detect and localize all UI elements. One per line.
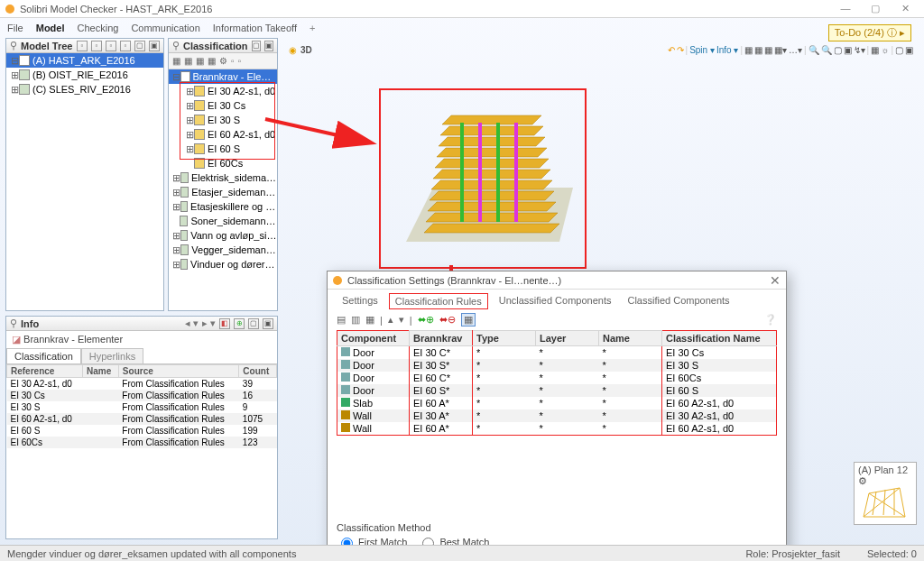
mini-map[interactable]: (A) Plan 12 ⚙ bbox=[854, 462, 917, 525]
panel-btn[interactable]: ▣ bbox=[149, 41, 160, 51]
table-row[interactable]: EI 30 CsFrom Classification Rules16 bbox=[7, 390, 277, 401]
tree-item[interactable]: ⊞Elektrisk_sidemannskontroll bbox=[169, 170, 277, 185]
table-row[interactable]: WallEI 60 A****EI 60 A2-s1, d0 bbox=[337, 422, 777, 436]
tool-icon[interactable]: …▾ bbox=[789, 45, 802, 55]
col-type[interactable]: Type bbox=[473, 331, 536, 346]
menu-add[interactable]: + bbox=[310, 23, 315, 33]
tool-icon[interactable]: ▦ bbox=[208, 56, 216, 66]
tool-icon[interactable]: ▢ bbox=[895, 45, 903, 55]
tool-icon[interactable]: ▫ bbox=[238, 56, 242, 66]
tool-redo-icon[interactable]: ↷ bbox=[677, 45, 684, 55]
maximize-button[interactable]: ▢ bbox=[862, 3, 889, 14]
nav-fwd[interactable]: ▸ ▾ bbox=[202, 317, 216, 329]
menu-file[interactable]: File bbox=[7, 23, 23, 33]
tool-icon[interactable]: ⚙ bbox=[219, 56, 227, 66]
tool-icon[interactable]: ▦ bbox=[744, 45, 753, 55]
dialog-close-button[interactable]: ✕ bbox=[770, 273, 781, 288]
panel-btn[interactable]: ▣ bbox=[263, 318, 273, 329]
tab-hyperlinks[interactable]: Hyperlinks bbox=[81, 348, 143, 363]
panel-btn[interactable]: ▢ bbox=[248, 318, 259, 329]
tab-unclassified[interactable]: Unclassified Components bbox=[494, 293, 617, 309]
table-row[interactable]: DoorEI 60 C****EI 60Cs bbox=[337, 372, 777, 384]
tool-icon[interactable]: ▣ bbox=[844, 45, 852, 55]
todo-badge[interactable]: To-Do (2/4) ⓘ ▸ bbox=[828, 24, 911, 41]
tool-icon[interactable]: ▦ bbox=[196, 56, 204, 66]
minimize-button[interactable]: — bbox=[832, 3, 859, 14]
tool-icon[interactable]: ▫ bbox=[231, 56, 235, 66]
tool-down-icon[interactable]: ▾ bbox=[399, 314, 404, 326]
col-name[interactable]: Name bbox=[83, 365, 119, 378]
tool-icon[interactable]: ▢ bbox=[834, 45, 842, 55]
tool-icon[interactable]: ▦▾ bbox=[774, 45, 787, 55]
tab-classification-rules[interactable]: Classification Rules bbox=[389, 293, 488, 309]
tool-icon[interactable]: ▦ bbox=[754, 45, 762, 55]
panel-btn[interactable]: ▣ bbox=[264, 41, 273, 51]
tool-icon[interactable]: ▤ bbox=[337, 314, 346, 326]
panel-btn[interactable]: ◧ bbox=[219, 318, 230, 329]
tool-icon[interactable]: ▥ bbox=[351, 314, 360, 326]
tree-item[interactable]: EI 60Cs bbox=[169, 156, 277, 170]
tree-item[interactable]: ⊞Vinduer og dører_sidemannskor bbox=[169, 257, 277, 271]
col-brannkrav[interactable]: Brannkrav bbox=[410, 331, 473, 346]
tool-icon[interactable]: ⬌⊖ bbox=[439, 314, 456, 326]
menu-model[interactable]: Model bbox=[36, 23, 65, 33]
tool-icon[interactable]: ☼ bbox=[881, 45, 889, 55]
table-row[interactable]: EI 30 SFrom Classification Rules9 bbox=[7, 401, 277, 413]
col-classname[interactable]: Classification Name bbox=[662, 331, 777, 346]
model-tree[interactable]: ⊟(A) HAST_ARK_E2016⊞(B) OIST_RIE_E2016⊞(… bbox=[6, 53, 163, 294]
panel-btn[interactable]: ▢ bbox=[252, 41, 261, 51]
panel-btn[interactable]: ▫ bbox=[120, 41, 131, 51]
tool-icon[interactable]: ↯▾ bbox=[854, 45, 865, 55]
tree-item[interactable]: ⊞Vegger_sidemannskontroll bbox=[169, 243, 277, 257]
tree-item[interactable]: ⊞Etasjeskillere og tak_sidemanns bbox=[169, 199, 277, 214]
table-row[interactable]: WallEI 30 A****EI 30 A2-s1, d0 bbox=[337, 409, 777, 422]
table-row[interactable]: EI 60 SFrom Classification Rules199 bbox=[7, 425, 277, 437]
tree-item[interactable]: ⊞Vann og avløp_sidemannskontr bbox=[169, 228, 277, 243]
table-row[interactable]: DoorEI 60 S****EI 60 S bbox=[337, 384, 777, 397]
tool-icon[interactable]: ⬌⊕ bbox=[418, 314, 434, 326]
tool-icon[interactable]: ▦ bbox=[365, 314, 374, 326]
col-count[interactable]: Count bbox=[239, 365, 277, 378]
close-button[interactable]: ✕ bbox=[892, 3, 919, 14]
tree-item[interactable]: ⊞EI 60 S bbox=[169, 142, 277, 156]
tree-item[interactable]: ⊟Brannkrav - Elementer bbox=[169, 69, 277, 84]
panel-btn[interactable]: ▫ bbox=[77, 41, 88, 51]
table-row[interactable]: SlabEI 60 A****EI 60 A2-s1, d0 bbox=[337, 397, 777, 409]
table-row[interactable]: EI 30 A2-s1, d0From Classification Rules… bbox=[7, 378, 277, 391]
table-row[interactable]: DoorEI 30 S****EI 30 S bbox=[337, 359, 777, 372]
tab-classification[interactable]: Classification bbox=[6, 348, 81, 363]
tree-item[interactable]: ⊞(B) OIST_RIE_E2016 bbox=[6, 68, 163, 82]
tree-item[interactable]: ⊟(A) HAST_ARK_E2016 bbox=[6, 53, 163, 68]
pin-icon[interactable]: ⚲ bbox=[172, 40, 180, 51]
tool-undo-icon[interactable]: ↶ bbox=[668, 45, 675, 55]
panel-btn[interactable]: ▢ bbox=[134, 41, 145, 51]
view-3d-icon[interactable]: ◉ bbox=[289, 45, 297, 55]
table-row[interactable]: DoorEI 30 C****EI 30 Cs bbox=[337, 346, 777, 360]
tool-icon[interactable]: ▣ bbox=[905, 45, 913, 55]
tree-item[interactable]: ⊞(C) SLES_RIV_E2016 bbox=[6, 82, 163, 97]
classification-tree[interactable]: ⊟Brannkrav - Elementer⊞EI 30 A2-s1, d0⊞E… bbox=[169, 69, 277, 310]
table-row[interactable]: EI 60CsFrom Classification Rules123 bbox=[7, 437, 277, 448]
tool-icon[interactable]: ▦ bbox=[172, 56, 180, 66]
col-reference[interactable]: Reference bbox=[7, 365, 83, 378]
tree-item[interactable]: ⊞EI 60 A2-s1, d0 bbox=[169, 127, 277, 142]
tool-icon[interactable]: ▦ bbox=[184, 56, 192, 66]
tree-item[interactable]: ⊞EI 30 A2-s1, d0 bbox=[169, 84, 277, 98]
menu-info-takeoff[interactable]: Information Takeoff bbox=[213, 23, 297, 33]
panel-btn[interactable]: ⊕ bbox=[234, 318, 245, 329]
pin-icon[interactable]: ⚲ bbox=[10, 40, 17, 51]
tool-icon[interactable]: ▦ bbox=[871, 45, 879, 55]
zoom-out-icon[interactable]: 🔍 bbox=[808, 45, 819, 55]
zoom-in-icon[interactable]: 🔍 bbox=[821, 45, 832, 55]
menu-communication[interactable]: Communication bbox=[131, 23, 199, 33]
pin-icon[interactable]: ⚲ bbox=[10, 317, 17, 329]
panel-btn[interactable]: ▫ bbox=[91, 41, 102, 51]
tool-spin[interactable]: Spin ▾ bbox=[689, 45, 715, 55]
col-component[interactable]: Component bbox=[337, 331, 410, 346]
tree-item[interactable]: ⊞EI 30 S bbox=[169, 113, 277, 127]
tree-item[interactable]: Soner_sidemannskontroll bbox=[169, 214, 277, 228]
help-icon[interactable]: ❔ bbox=[764, 314, 777, 326]
tab-settings[interactable]: Settings bbox=[337, 293, 383, 309]
tool-selected-icon[interactable]: ▦ bbox=[461, 313, 476, 326]
tool-up-icon[interactable]: ▴ bbox=[388, 314, 393, 326]
